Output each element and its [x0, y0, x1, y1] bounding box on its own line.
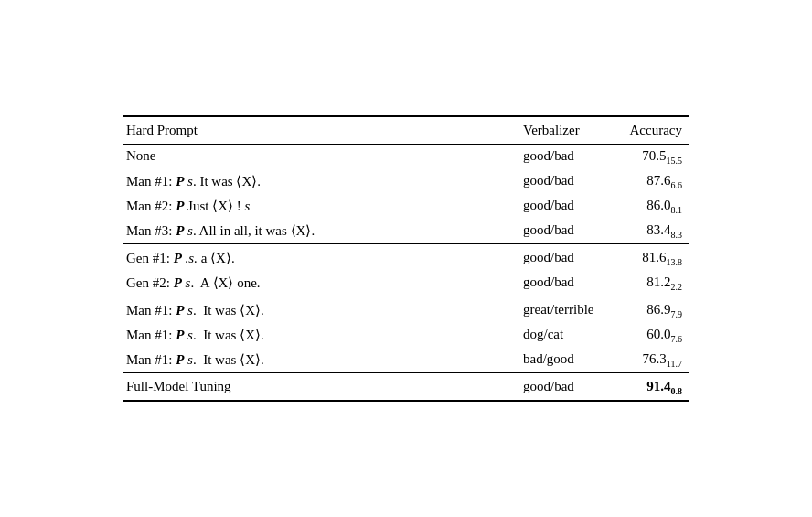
results-table: Hard Prompt Verbalizer Accuracy Nonegood… — [123, 117, 689, 400]
header-prompt: Hard Prompt — [123, 117, 519, 145]
accuracy-main: 76.3 — [643, 351, 667, 366]
accuracy-subscript: 6.6 — [671, 180, 683, 190]
accuracy-main: 81.6 — [642, 250, 666, 264]
cell-verbalizer: good/bad — [519, 271, 610, 296]
cell-verbalizer: bad/good — [519, 348, 610, 373]
table-row: Man #1: P s. It was ⟨X⟩.dog/cat60.07.6 — [123, 323, 689, 348]
main-table-container: Hard Prompt Verbalizer Accuracy Nonegood… — [123, 115, 689, 402]
cell-prompt: Full-Model Tuning — [123, 373, 519, 401]
cell-accuracy: 86.97.9 — [610, 296, 689, 324]
cell-prompt: Man #1: P s. It was ⟨X⟩. — [123, 348, 519, 373]
accuracy-main: 86.9 — [646, 302, 670, 317]
cell-accuracy: 70.515.5 — [610, 145, 689, 170]
cell-prompt: Man #1: P s. It was ⟨X⟩. — [123, 323, 519, 348]
accuracy-main: 86.0 — [646, 198, 670, 212]
cell-prompt: Man #3: P s. All in all, it was ⟨X⟩. — [123, 219, 519, 244]
accuracy-subscript: 0.8 — [671, 386, 683, 396]
cell-verbalizer: good/bad — [519, 145, 610, 170]
cell-verbalizer: good/bad — [519, 194, 610, 219]
cell-prompt: Gen #2: P s. A ⟨X⟩ one. — [123, 271, 519, 296]
header-verbalizer: Verbalizer — [519, 117, 610, 145]
accuracy-subscript: 7.9 — [671, 309, 683, 319]
table-row: Gen #2: P s. A ⟨X⟩ one.good/bad81.22.2 — [123, 271, 689, 296]
accuracy-main: 83.4 — [646, 222, 670, 237]
accuracy-main: 70.5 — [642, 148, 666, 163]
cell-accuracy: 76.311.7 — [610, 348, 689, 373]
table-header-row: Hard Prompt Verbalizer Accuracy — [123, 117, 689, 145]
accuracy-subscript: 7.6 — [671, 334, 683, 344]
cell-accuracy: 60.07.6 — [610, 323, 689, 348]
accuracy-subscript: 8.3 — [671, 230, 683, 240]
cell-accuracy: 81.22.2 — [610, 271, 689, 296]
accuracy-main: 91.4 — [646, 379, 670, 393]
cell-accuracy: 81.613.8 — [610, 244, 689, 272]
table-row: Nonegood/bad70.515.5 — [123, 145, 689, 170]
accuracy-main: 81.2 — [646, 275, 670, 289]
cell-accuracy: 87.66.6 — [610, 169, 689, 194]
cell-verbalizer: dog/cat — [519, 323, 610, 348]
cell-verbalizer: good/bad — [519, 373, 610, 401]
cell-verbalizer: great/terrible — [519, 296, 610, 324]
cell-verbalizer: good/bad — [519, 219, 610, 244]
header-accuracy: Accuracy — [610, 117, 689, 145]
accuracy-main: 87.6 — [646, 173, 670, 188]
table-row: Man #1: P s. It was ⟨X⟩.bad/good76.311.7 — [123, 348, 689, 373]
table-row: Man #1: P s. It was ⟨X⟩.good/bad87.66.6 — [123, 169, 689, 194]
cell-accuracy: 86.08.1 — [610, 194, 689, 219]
cell-verbalizer: good/bad — [519, 244, 610, 272]
cell-prompt: None — [123, 145, 519, 170]
cell-prompt: Gen #1: P .s. a ⟨X⟩. — [123, 244, 519, 272]
cell-accuracy: 91.40.8 — [610, 373, 689, 401]
table-row: Man #3: P s. All in all, it was ⟨X⟩.good… — [123, 219, 689, 244]
table-row: Man #2: P Just ⟨X⟩ ! sgood/bad86.08.1 — [123, 194, 689, 219]
accuracy-subscript: 15.5 — [667, 156, 683, 166]
accuracy-subscript: 8.1 — [671, 205, 683, 215]
table-row: Full-Model Tuninggood/bad91.40.8 — [123, 373, 689, 401]
cell-prompt: Man #2: P Just ⟨X⟩ ! s — [123, 194, 519, 219]
accuracy-subscript: 2.2 — [671, 282, 683, 292]
accuracy-main: 60.0 — [646, 327, 670, 341]
accuracy-subscript: 11.7 — [667, 359, 682, 369]
cell-prompt: Man #1: P s. It was ⟨X⟩. — [123, 169, 519, 194]
accuracy-subscript: 13.8 — [667, 257, 683, 267]
table-row: Gen #1: P .s. a ⟨X⟩.good/bad81.613.8 — [123, 244, 689, 272]
cell-prompt: Man #1: P s. It was ⟨X⟩. — [123, 296, 519, 324]
table-row: Man #1: P s. It was ⟨X⟩.great/terrible86… — [123, 296, 689, 324]
cell-verbalizer: good/bad — [519, 169, 610, 194]
cell-accuracy: 83.48.3 — [610, 219, 689, 244]
